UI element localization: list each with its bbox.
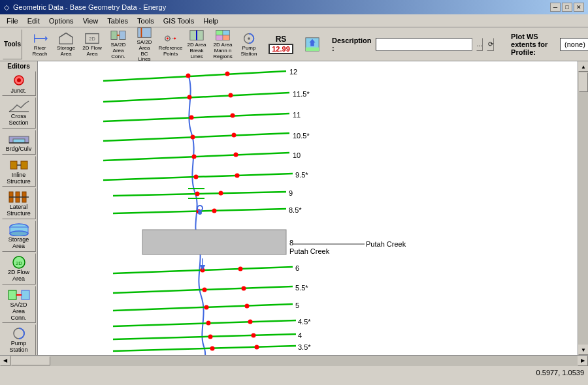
storage-area-editor-button[interactable]: StorageArea <box>2 221 36 252</box>
reference-points-button[interactable]: ReferencePoints <box>158 29 183 59</box>
menu-bar: File Edit Options View Tables Tools GIS … <box>0 14 588 27</box>
minimize-button[interactable]: ─ <box>550 3 561 12</box>
svg-rect-34 <box>13 139 25 143</box>
description-input[interactable] <box>376 38 472 51</box>
scroll-up-button[interactable]: ▲ <box>578 61 588 72</box>
2d-area-break-lines-button[interactable]: 2D AreaBreak Lines <box>184 29 209 59</box>
svg-text:Putah Creek: Putah Creek <box>289 247 330 255</box>
svg-line-6 <box>66 33 73 37</box>
description-spin-button[interactable]: ⟳ <box>487 38 494 51</box>
2d-flow-area-editor-button[interactable]: 2D 2D FlowArea <box>2 253 36 285</box>
2d-area-mann-regions-button[interactable]: 2D AreaMann nRegions <box>210 29 235 59</box>
svg-point-31 <box>17 78 21 82</box>
svg-point-64 <box>188 95 192 100</box>
svg-text:6: 6 <box>295 264 299 272</box>
plot-ws-select[interactable]: (none) <box>560 38 588 51</box>
svg-point-81 <box>235 174 240 178</box>
svg-point-60 <box>186 74 191 78</box>
svg-rect-23 <box>216 35 223 40</box>
menu-help[interactable]: Help <box>199 16 222 26</box>
svg-point-17 <box>174 37 176 39</box>
hscroll-track[interactable] <box>10 356 578 366</box>
svg-point-111 <box>245 304 250 309</box>
svg-point-85 <box>219 191 223 196</box>
pump-station-editor-button[interactable]: PumpStation <box>2 324 36 355</box>
editors-sidebar: Editors Junct. CrossSection <box>0 61 38 355</box>
svg-point-91 <box>212 209 217 213</box>
svg-point-107 <box>242 286 246 291</box>
sa-2d-area-conn-button[interactable]: SA/2D AreaConn. <box>106 29 131 59</box>
tools-label-btn: Tools <box>3 29 22 59</box>
river-reach-button[interactable]: RiverReach <box>27 29 52 59</box>
svg-point-26 <box>248 37 250 40</box>
vertical-scrollbar[interactable]: ▲ ▼ <box>578 61 588 355</box>
svg-rect-10 <box>120 31 125 40</box>
2d-flow-area-button[interactable]: 2D 2D FlowArea <box>80 29 105 59</box>
close-button[interactable]: ✕ <box>574 3 584 12</box>
svg-text:4.5*: 4.5* <box>298 318 311 326</box>
svg-text:5: 5 <box>295 301 299 309</box>
svg-line-5 <box>59 33 66 37</box>
svg-point-102 <box>238 267 243 271</box>
svg-text:4: 4 <box>298 331 302 339</box>
svg-text:Putah Creek: Putah Creek <box>366 240 406 248</box>
hscroll-thumb[interactable] <box>11 356 50 365</box>
svg-point-119 <box>252 333 256 338</box>
storage-area-button[interactable]: StorageArea <box>54 29 78 59</box>
svg-point-118 <box>208 335 213 339</box>
geometry-svg: 12 11.5* 11 10.5* 10 9.5* <box>38 61 578 355</box>
svg-text:11: 11 <box>293 111 301 119</box>
scroll-down-button[interactable]: ▼ <box>578 345 588 355</box>
menu-view[interactable]: View <box>79 16 103 26</box>
scroll-left-button[interactable]: ◀ <box>0 356 10 366</box>
sa-2d-conn-editor-button[interactable]: SA/2D AreaConn. <box>2 286 36 324</box>
svg-point-84 <box>195 192 200 196</box>
svg-point-73 <box>232 133 237 138</box>
svg-point-68 <box>189 116 194 120</box>
svg-point-123 <box>255 345 259 350</box>
horizontal-scrollbar[interactable]: ◀ ▶ <box>0 355 588 365</box>
pump-station-button[interactable]: PumpStation <box>237 29 261 59</box>
svg-text:5.5*: 5.5* <box>295 284 308 292</box>
brdg-culv-button[interactable]: Brdg/Culv <box>2 130 36 155</box>
svg-point-94 <box>198 211 202 215</box>
toolbar: Tools RiverReach StorageArea <box>0 27 588 61</box>
status-bar: 0.5977, 1.0539 <box>0 365 588 378</box>
svg-text:2D: 2D <box>89 35 95 41</box>
cross-section-button[interactable]: CrossSection <box>2 97 36 129</box>
menu-gis-tools[interactable]: GIS Tools <box>159 16 199 26</box>
svg-point-114 <box>206 321 211 326</box>
menu-tools[interactable]: Tools <box>133 16 158 26</box>
svg-point-61 <box>225 72 230 76</box>
svg-rect-95 <box>142 230 286 254</box>
svg-text:8: 8 <box>289 239 293 247</box>
description-dots-button[interactable]: ... <box>476 38 483 51</box>
menu-tables[interactable]: Tables <box>103 16 132 26</box>
drawing-canvas[interactable]: 12 11.5* 11 10.5* 10 9.5* <box>38 61 578 355</box>
svg-text:11.5*: 11.5* <box>293 90 310 98</box>
menu-edit[interactable]: Edit <box>24 16 44 26</box>
sa-2d-bc-lines-button[interactable]: SA/2D AreaBC Lines <box>132 29 157 59</box>
svg-point-72 <box>191 135 195 140</box>
svg-point-101 <box>201 268 205 273</box>
junct-button[interactable]: Junct. <box>2 71 36 96</box>
map-button[interactable] <box>301 29 324 59</box>
plot-ws-label: Plot WS extents for Profile: <box>511 33 556 56</box>
menu-file[interactable]: File <box>3 16 22 26</box>
maximize-button[interactable]: □ <box>562 3 572 12</box>
svg-rect-37 <box>21 161 27 169</box>
svg-marker-1 <box>45 36 48 40</box>
svg-point-106 <box>203 288 207 292</box>
editors-label: Editors <box>1 63 36 70</box>
scroll-right-button[interactable]: ▶ <box>578 356 588 366</box>
scroll-track[interactable] <box>578 72 588 345</box>
lateral-structure-button[interactable]: LateralStructure <box>2 188 36 219</box>
menu-options[interactable]: Options <box>45 16 78 26</box>
svg-marker-4 <box>59 33 73 44</box>
inline-structure-button[interactable]: InlineStructure <box>2 156 36 187</box>
svg-point-76 <box>192 155 197 159</box>
window-title: Geometric Data - Base Geometry Data - En… <box>13 3 166 11</box>
rs-button[interactable]: RS 12.99 <box>267 29 295 59</box>
svg-rect-49 <box>22 290 29 300</box>
scroll-thumb[interactable] <box>579 72 588 92</box>
